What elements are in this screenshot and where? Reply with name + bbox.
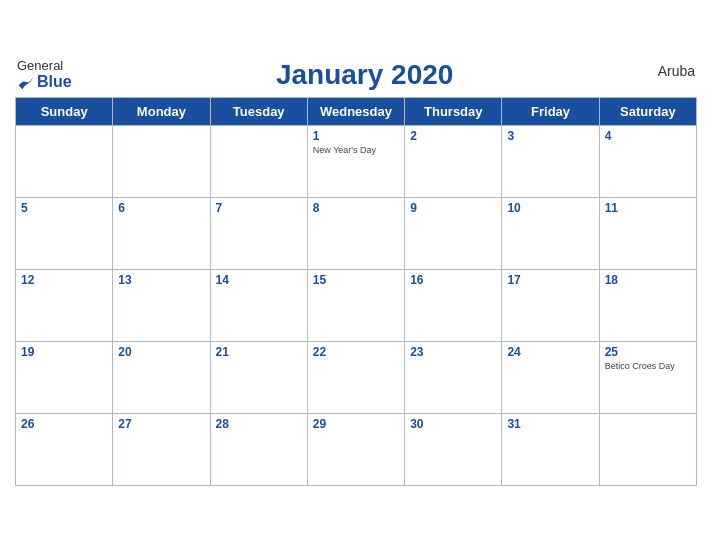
calendar-day-cell: 26 — [16, 414, 113, 486]
day-number: 30 — [410, 417, 496, 431]
calendar-container: General Blue January 2020 Aruba Sunday M… — [0, 49, 712, 501]
weekday-header-row: Sunday Monday Tuesday Wednesday Thursday… — [16, 98, 697, 126]
calendar-day-cell: 10 — [502, 198, 599, 270]
day-number: 14 — [216, 273, 302, 287]
calendar-day-cell: 18 — [599, 270, 696, 342]
holiday-label: New Year's Day — [313, 145, 399, 157]
calendar-week-row: 19202122232425Betico Croes Day — [16, 342, 697, 414]
calendar-day-cell: 29 — [307, 414, 404, 486]
day-number: 20 — [118, 345, 204, 359]
calendar-day-cell — [210, 126, 307, 198]
calendar-day-cell: 3 — [502, 126, 599, 198]
calendar-day-cell: 23 — [405, 342, 502, 414]
day-number: 23 — [410, 345, 496, 359]
day-number: 17 — [507, 273, 593, 287]
calendar-day-cell: 8 — [307, 198, 404, 270]
day-number: 16 — [410, 273, 496, 287]
day-number: 27 — [118, 417, 204, 431]
day-number: 4 — [605, 129, 691, 143]
day-number: 3 — [507, 129, 593, 143]
calendar-week-row: 12131415161718 — [16, 270, 697, 342]
calendar-day-cell: 6 — [113, 198, 210, 270]
calendar-day-cell — [16, 126, 113, 198]
day-number: 2 — [410, 129, 496, 143]
calendar-day-cell: 31 — [502, 414, 599, 486]
day-number: 11 — [605, 201, 691, 215]
calendar-day-cell: 17 — [502, 270, 599, 342]
calendar-week-row: 1New Year's Day234 — [16, 126, 697, 198]
day-number: 13 — [118, 273, 204, 287]
calendar-day-cell: 1New Year's Day — [307, 126, 404, 198]
calendar-table: Sunday Monday Tuesday Wednesday Thursday… — [15, 97, 697, 486]
logo-general-text: General — [17, 59, 63, 73]
day-number: 28 — [216, 417, 302, 431]
calendar-day-cell: 28 — [210, 414, 307, 486]
logo: General Blue — [17, 59, 72, 91]
day-number: 19 — [21, 345, 107, 359]
day-number: 6 — [118, 201, 204, 215]
calendar-day-cell: 20 — [113, 342, 210, 414]
calendar-day-cell: 30 — [405, 414, 502, 486]
holiday-label: Betico Croes Day — [605, 361, 691, 373]
calendar-day-cell — [113, 126, 210, 198]
calendar-day-cell: 5 — [16, 198, 113, 270]
calendar-country: Aruba — [658, 59, 695, 79]
header-wednesday: Wednesday — [307, 98, 404, 126]
day-number: 10 — [507, 201, 593, 215]
day-number: 18 — [605, 273, 691, 287]
day-number: 22 — [313, 345, 399, 359]
logo-blue-text: Blue — [17, 73, 72, 91]
day-number: 5 — [21, 201, 107, 215]
header-monday: Monday — [113, 98, 210, 126]
calendar-day-cell: 11 — [599, 198, 696, 270]
calendar-day-cell: 16 — [405, 270, 502, 342]
calendar-day-cell: 22 — [307, 342, 404, 414]
day-number: 15 — [313, 273, 399, 287]
calendar-day-cell: 27 — [113, 414, 210, 486]
day-number: 31 — [507, 417, 593, 431]
calendar-day-cell: 15 — [307, 270, 404, 342]
calendar-day-cell: 13 — [113, 270, 210, 342]
calendar-day-cell: 24 — [502, 342, 599, 414]
calendar-day-cell: 19 — [16, 342, 113, 414]
day-number: 29 — [313, 417, 399, 431]
calendar-title: January 2020 — [72, 59, 658, 91]
calendar-week-row: 262728293031 — [16, 414, 697, 486]
header-tuesday: Tuesday — [210, 98, 307, 126]
calendar-header: General Blue January 2020 Aruba — [15, 59, 697, 91]
day-number: 26 — [21, 417, 107, 431]
calendar-day-cell: 21 — [210, 342, 307, 414]
day-number: 21 — [216, 345, 302, 359]
calendar-day-cell: 9 — [405, 198, 502, 270]
calendar-day-cell — [599, 414, 696, 486]
header-thursday: Thursday — [405, 98, 502, 126]
day-number: 7 — [216, 201, 302, 215]
day-number: 8 — [313, 201, 399, 215]
calendar-day-cell: 14 — [210, 270, 307, 342]
day-number: 9 — [410, 201, 496, 215]
header-saturday: Saturday — [599, 98, 696, 126]
calendar-day-cell: 12 — [16, 270, 113, 342]
logo-bird-icon — [17, 73, 35, 91]
header-sunday: Sunday — [16, 98, 113, 126]
day-number: 24 — [507, 345, 593, 359]
calendar-day-cell: 25Betico Croes Day — [599, 342, 696, 414]
calendar-day-cell: 2 — [405, 126, 502, 198]
calendar-day-cell: 4 — [599, 126, 696, 198]
day-number: 25 — [605, 345, 691, 359]
calendar-day-cell: 7 — [210, 198, 307, 270]
day-number: 12 — [21, 273, 107, 287]
header-friday: Friday — [502, 98, 599, 126]
day-number: 1 — [313, 129, 399, 143]
calendar-week-row: 567891011 — [16, 198, 697, 270]
